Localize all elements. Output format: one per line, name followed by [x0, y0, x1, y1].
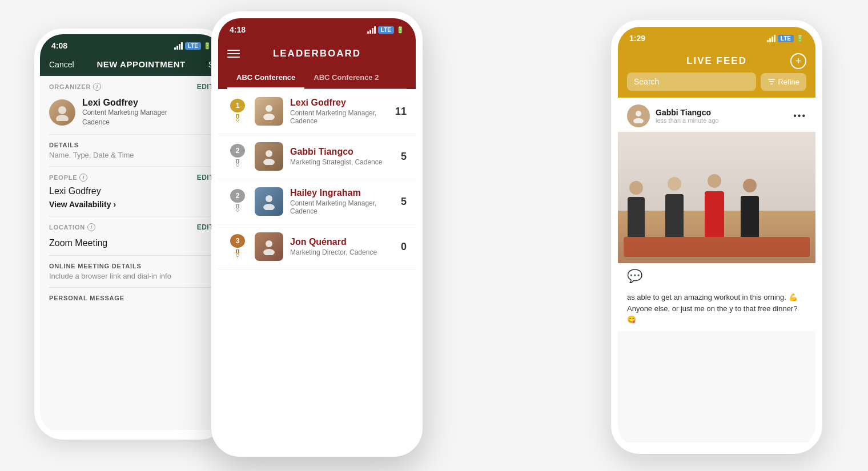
left-notch — [97, 34, 166, 50]
person-body-1 — [628, 197, 645, 237]
gym-equipment — [624, 237, 810, 257]
leader-info-2: Gabbi Tiangco Marketing Strategist, Cade… — [290, 147, 394, 166]
feed-photo — [618, 132, 815, 263]
rank-number-4: 3 — [230, 234, 245, 248]
leader-name-1: Lexi Godfrey — [290, 98, 388, 108]
organizer-info: Lexi Godfrey Content Marketing Manager C… — [82, 98, 167, 127]
add-post-button[interactable]: + — [790, 53, 806, 69]
leader-score-2: 5 — [401, 151, 407, 163]
leader-avatar-1 — [255, 97, 283, 126]
details-section: DETAILS Name, Type, Date & Time — [40, 135, 223, 166]
organizer-row: Lexi Godfrey Content Marketing Manager C… — [40, 93, 223, 134]
leader-avatar-4 — [255, 232, 283, 261]
details-subtitle: Name, Type, Date & Time — [49, 151, 214, 159]
left-content: ORGANIZER i EDIT Lexi Godfrey Content Ma… — [40, 76, 223, 430]
feed-post-time: less than a minute ago — [656, 117, 787, 124]
left-time: 4:08 — [51, 41, 67, 50]
center-notch — [283, 18, 351, 34]
leader-avatar-2 — [255, 142, 283, 171]
svg-point-0 — [58, 106, 66, 114]
right-title-row: LIVE FEED + — [627, 52, 806, 73]
right-lte-badge: LTE — [778, 35, 794, 42]
feed-post-header: Gabbi Tiangco less than a minute ago ••• — [618, 98, 815, 132]
leaderboard-title: LEADERBOARD — [273, 48, 361, 59]
online-meeting-subtitle: Include a browser link and dial-in info — [49, 272, 214, 280]
cancel-button[interactable]: Cancel — [49, 60, 74, 69]
hamburger-menu-button[interactable] — [227, 50, 240, 58]
leader-role-3: Content Marketing Manager, Cadence — [290, 199, 394, 215]
phone-center: 4:18 LTE 🔋 LEADERBOARD — [211, 11, 423, 457]
tab-abc-conference[interactable]: ABC Conference — [227, 67, 304, 89]
search-input[interactable]: Search — [627, 73, 756, 91]
right-signal-icon — [767, 35, 775, 42]
right-notch — [682, 27, 751, 43]
center-status-icons: LTE 🔋 — [367, 26, 404, 34]
organizer-section-header: ORGANIZER i EDIT — [40, 76, 223, 93]
center-battery-icon: 🔋 — [396, 26, 404, 34]
svg-point-1 — [56, 115, 69, 121]
rank-badge-3: 2 🎖 — [227, 189, 248, 214]
leader-info-4: Jon Quénard Marketing Director, Cadence — [290, 237, 394, 256]
location-label: LOCATION i — [49, 223, 95, 231]
leader-name-4: Jon Quénard — [290, 237, 394, 247]
left-header: Cancel NEW APPOINTMENT S — [40, 55, 223, 76]
center-lte-badge: LTE — [378, 26, 394, 34]
leader-info-3: Hailey Ingraham Content Marketing Manage… — [290, 188, 394, 215]
center-header: LEADERBOARD ABC Conference ABC Conferenc… — [218, 39, 416, 89]
personal-message-section: PERSONAL MESSAGE — [40, 288, 223, 308]
rank-badge-2: 2 🎖 — [227, 144, 248, 169]
feed-user-name: Gabbi Tiangco — [656, 108, 787, 117]
svg-point-2 — [266, 105, 272, 112]
leader-score-3: 5 — [401, 196, 407, 208]
more-options-button[interactable]: ••• — [793, 111, 806, 121]
gym-scene — [618, 132, 815, 263]
live-feed-title: LIVE FEED — [686, 55, 747, 67]
people-label: PEOPLE i — [49, 174, 87, 182]
organizer-name: Lexi Godfrey — [82, 98, 167, 108]
leader-role-4: Marketing Director, Cadence — [290, 248, 394, 256]
svg-point-7 — [263, 204, 275, 210]
header-title: NEW APPOINTMENT — [97, 59, 185, 69]
svg-point-3 — [263, 114, 275, 120]
leader-row-3: 2 🎖 Hailey Ingraham Content Marketing Ma… — [218, 179, 416, 224]
feed-caption: as able to get an amazing workout in thi… — [618, 289, 815, 331]
figure-1 — [628, 197, 645, 237]
figure-2 — [665, 194, 684, 237]
ribbon-icon-3: 🎖 — [233, 204, 242, 214]
filter-icon — [767, 78, 775, 86]
feed-user-avatar — [627, 104, 650, 127]
leader-name-3: Hailey Ingraham — [290, 188, 394, 198]
leaderboard-content: 1 🎖 Lexi Godfrey Content Marketing Manag… — [218, 89, 416, 448]
online-meeting-section: ONLINE MEETING DETAILS Include a browser… — [40, 256, 223, 287]
leader-name-2: Gabbi Tiangco — [290, 147, 394, 157]
svg-point-8 — [266, 240, 272, 247]
people-section-header: PEOPLE i EDIT — [40, 167, 223, 184]
phone-right: 1:29 LTE 🔋 LIVE FEED + Search — [611, 20, 822, 454]
chevron-right-icon: › — [113, 200, 116, 209]
svg-point-4 — [266, 150, 272, 157]
svg-point-9 — [263, 249, 275, 255]
leader-role-1: Content Marketing Manager, Cadence — [290, 109, 388, 125]
ribbon-icon-1: 🎖 — [233, 114, 242, 124]
figure-4 — [741, 196, 759, 237]
rank-badge-4: 3 🎖 — [227, 234, 248, 259]
center-signal-icon — [367, 26, 376, 34]
view-availability-button[interactable]: View Availability › — [40, 198, 223, 216]
center-nav: LEADERBOARD — [227, 43, 407, 67]
signal-icon — [174, 42, 183, 50]
tab-abc-conference-2[interactable]: ABC Conference 2 — [304, 67, 388, 89]
right-feed-content: Gabbi Tiangco less than a minute ago ••• — [618, 98, 815, 442]
leader-role-2: Marketing Strategist, Cadence — [290, 158, 394, 166]
scene: 4:08 LTE 🔋 Cancel NEW APPOINTMENT S — [0, 0, 868, 471]
location-section-header: LOCATION i EDIT — [40, 216, 223, 234]
rank-badge-1: 1 🎖 — [227, 99, 248, 124]
comment-button[interactable]: 💬 — [627, 269, 642, 284]
battery-icon: 🔋 — [203, 42, 211, 50]
right-status-icons: LTE 🔋 — [767, 35, 804, 42]
svg-point-6 — [266, 195, 272, 202]
feed-user-info: Gabbi Tiangco less than a minute ago — [656, 108, 787, 124]
leader-info-1: Lexi Godfrey Content Marketing Manager, … — [290, 98, 388, 125]
leader-score-1: 11 — [395, 106, 407, 118]
refine-button[interactable]: Refine — [761, 73, 806, 91]
center-time: 4:18 — [230, 25, 246, 34]
